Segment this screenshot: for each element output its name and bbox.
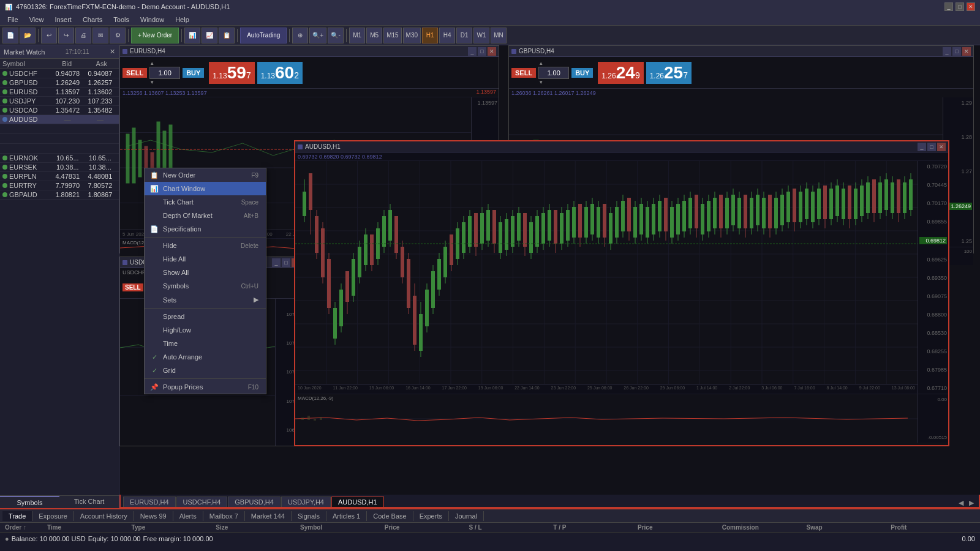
chart-tab-scroll-left[interactable]: ◀ — [956, 499, 966, 507]
list-item[interactable]: USDJPY 107.230 107.233 — [0, 97, 119, 106]
context-menu-chart-window[interactable]: 📊 Chart Window — [145, 182, 266, 195]
toolbar-m30[interactable]: M30 — [403, 28, 421, 43]
maximize-button[interactable]: □ — [956, 2, 964, 11]
chart-controls-eurusd[interactable]: _ □ ✕ — [468, 47, 496, 56]
context-menu-specification[interactable]: 📄 Specification — [145, 222, 266, 236]
context-menu-time[interactable]: Time — [145, 337, 266, 350]
title-bar-controls[interactable]: _ □ ✕ — [944, 2, 975, 11]
gbpusd-lot-input[interactable] — [538, 67, 569, 79]
list-item[interactable]: GBPUSD 1.26249 1.26257 — [0, 78, 119, 88]
toolbar-zoom-in[interactable]: 🔍+ — [309, 28, 326, 43]
chart-minimize-gbpusd[interactable]: _ — [943, 47, 951, 56]
list-item[interactable]: USDCHF 0.94078 0.94087 — [0, 69, 119, 78]
toolbar-redo[interactable]: ↪ — [58, 28, 74, 43]
tab-experts[interactable]: Experts — [413, 511, 449, 521]
toolbar-template[interactable]: 📋 — [219, 28, 235, 43]
tab-tick-chart[interactable]: Tick Chart — [59, 496, 119, 508]
toolbar-m1[interactable]: M1 — [349, 28, 365, 43]
eurusd-buy-button[interactable]: BUY — [183, 68, 204, 78]
auto-trading-button[interactable]: AutoTrading — [240, 28, 287, 43]
list-item[interactable] — [0, 134, 119, 144]
tab-signals[interactable]: Signals — [292, 511, 326, 521]
context-menu-high-low[interactable]: High/Low — [145, 323, 266, 337]
tab-articles[interactable]: Articles 1 — [326, 511, 367, 521]
toolbar-undo[interactable]: ↩ — [41, 28, 57, 43]
usdchf-sell-button[interactable]: SELL — [123, 283, 143, 291]
toolbar-h1[interactable]: H1 — [422, 28, 438, 43]
chart-close-audusd[interactable]: ✕ — [937, 143, 946, 151]
list-item[interactable]: USDCAD 1.35472 1.35482 — [0, 106, 119, 115]
menu-file[interactable]: File — [2, 15, 23, 24]
tab-usdchf-h4[interactable]: USDCHF,H4 — [176, 497, 228, 507]
context-menu-hide-all[interactable]: Hide All — [145, 252, 266, 266]
tab-usdjpy-h4[interactable]: USDJPY,H4 — [281, 497, 331, 507]
minimize-button[interactable]: _ — [944, 2, 953, 11]
toolbar-settings[interactable]: ⚙ — [110, 28, 126, 43]
toolbar-print[interactable]: 🖨 — [75, 28, 91, 43]
menu-window[interactable]: Window — [135, 15, 169, 24]
context-menu-grid[interactable]: ✓ Grid — [145, 364, 266, 377]
menu-tools[interactable]: Tools — [108, 15, 134, 24]
toolbar-h4[interactable]: H4 — [439, 28, 455, 43]
close-button[interactable]: ✕ — [967, 2, 975, 11]
context-menu-dom[interactable]: Depth Of Market Alt+B — [145, 209, 266, 222]
chart-maximize-gbpusd[interactable]: □ — [952, 47, 961, 56]
chart-minimize-usdchf[interactable]: _ — [272, 258, 281, 267]
toolbar-mn[interactable]: MN — [491, 28, 507, 43]
tab-account-history[interactable]: Account History — [74, 511, 134, 521]
list-item[interactable]: EURUSD 1.13597 1.13602 — [0, 88, 119, 97]
context-menu-popup-prices[interactable]: 📌 Popup Prices F10 — [145, 380, 266, 394]
context-menu-tick-chart[interactable]: Tick Chart Space — [145, 195, 266, 209]
context-menu-show-all[interactable]: Show All — [145, 266, 266, 279]
context-menu-spread[interactable]: Spread — [145, 310, 266, 323]
list-item[interactable]: GBPAUD 1.80821 1.80867 — [0, 190, 119, 200]
menu-charts[interactable]: Charts — [78, 15, 107, 24]
chart-close-gbpusd[interactable]: ✕ — [962, 47, 971, 56]
chart-maximize-usdchf[interactable]: □ — [282, 258, 290, 267]
menu-view[interactable]: View — [24, 15, 49, 24]
list-item[interactable] — [0, 124, 119, 134]
tab-journal[interactable]: Journal — [449, 511, 484, 521]
gbpusd-buy-button[interactable]: BUY — [571, 68, 593, 78]
tab-trade[interactable]: Trade — [2, 511, 32, 521]
list-item[interactable]: EURSEK 10.38... 10.38... — [0, 163, 119, 172]
context-menu-sets[interactable]: Sets ▶ — [145, 293, 266, 307]
list-item[interactable]: AUDUSD — — — [0, 115, 119, 124]
list-item[interactable] — [0, 144, 119, 154]
tab-code-base[interactable]: Code Base — [367, 511, 413, 521]
context-menu-hide[interactable]: Hide Delete — [145, 239, 266, 252]
tab-eurusd-h4[interactable]: EURUSD,H4 — [123, 497, 176, 507]
list-item[interactable]: EURPLN 4.47831 4.48081 — [0, 172, 119, 181]
list-item[interactable]: EURNOK 10.65... 10.65... — [0, 154, 119, 163]
toolbar-open[interactable]: 📂 — [20, 28, 36, 43]
chart-tab-scroll-right[interactable]: ▶ — [967, 499, 976, 507]
toolbar-zoom-out[interactable]: 🔍- — [328, 28, 344, 43]
new-order-button[interactable]: + New Order — [131, 28, 179, 43]
tab-gbpusd-h4[interactable]: GBPUSD,H4 — [228, 497, 281, 507]
eurusd-sell-button[interactable]: SELL — [123, 68, 147, 78]
toolbar-crosshair[interactable]: ⊕ — [292, 28, 308, 43]
tab-exposure[interactable]: Exposure — [32, 511, 74, 521]
chart-controls-audusd[interactable]: _ □ ✕ — [918, 143, 946, 151]
tab-news[interactable]: News 99 — [134, 511, 173, 521]
tab-alerts[interactable]: Alerts — [173, 511, 203, 521]
tab-audusd-h1[interactable]: AUDUSD,H1 — [331, 497, 384, 507]
toolbar-m5[interactable]: M5 — [366, 28, 382, 43]
toolbar-d1[interactable]: D1 — [456, 28, 472, 43]
chart-maximize-audusd[interactable]: □ — [927, 143, 936, 151]
toolbar-indicator[interactable]: 📈 — [202, 28, 217, 43]
context-menu-auto-arrange[interactable]: ✓ Auto Arrange — [145, 350, 266, 364]
menu-help[interactable]: Help — [170, 15, 194, 24]
market-watch-close[interactable]: ✕ — [110, 48, 115, 56]
toolbar-new-file[interactable]: 📄 — [2, 28, 18, 43]
context-menu-symbols[interactable]: Symbols Ctrl+U — [145, 279, 266, 293]
toolbar-chart-icon1[interactable]: 📊 — [184, 28, 200, 43]
chart-controls-gbpusd[interactable]: _ □ ✕ — [943, 47, 971, 56]
tab-symbols[interactable]: Symbols — [0, 496, 59, 508]
toolbar-w1[interactable]: W1 — [473, 28, 489, 43]
toolbar-m15[interactable]: M15 — [383, 28, 401, 43]
eurusd-lot-input[interactable] — [149, 67, 180, 79]
toolbar-email[interactable]: ✉ — [92, 28, 108, 43]
chart-minimize-audusd[interactable]: _ — [918, 143, 926, 151]
gbpusd-sell-button[interactable]: SELL — [511, 68, 536, 78]
